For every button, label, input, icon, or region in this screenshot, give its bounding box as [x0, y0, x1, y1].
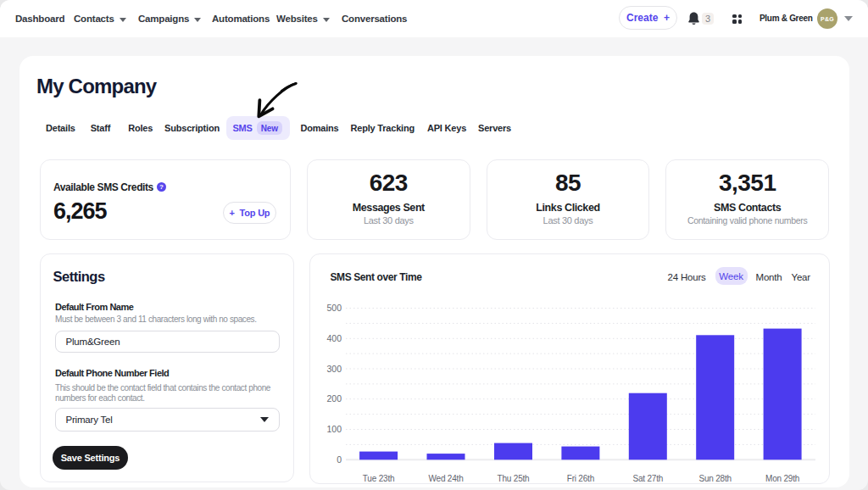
- svg-text:Sun 28th: Sun 28th: [698, 474, 731, 483]
- svg-text:Wed 24th: Wed 24th: [428, 474, 463, 483]
- svg-text:500: 500: [326, 303, 342, 313]
- svg-text:Thu 25th: Thu 25th: [497, 474, 529, 483]
- svg-text:200: 200: [326, 393, 342, 404]
- svg-text:Mon 29th: Mon 29th: [765, 474, 799, 483]
- svg-text:Tue 23th: Tue 23th: [362, 474, 394, 483]
- svg-text:100: 100: [326, 424, 342, 434]
- svg-text:300: 300: [326, 363, 342, 373]
- svg-text:0: 0: [337, 454, 342, 465]
- svg-text:Sat 27th: Sat 27th: [632, 474, 663, 483]
- svg-text:400: 400: [326, 333, 342, 343]
- svg-text:Fri 26th: Fri 26th: [566, 474, 593, 483]
